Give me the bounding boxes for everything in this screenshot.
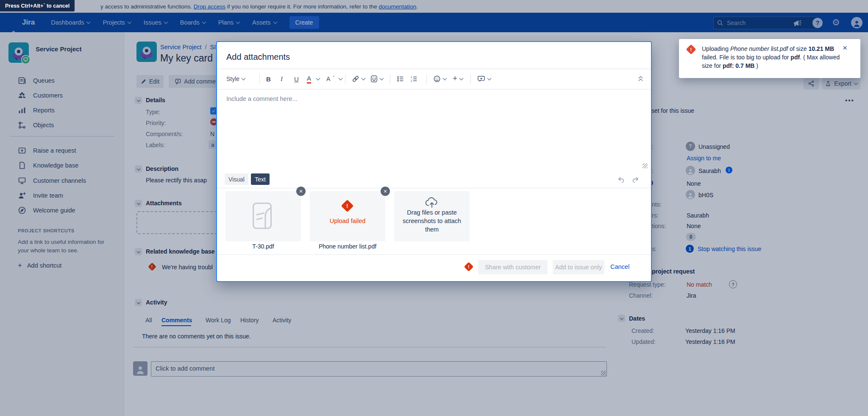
document-icon [250,201,276,232]
underline-button[interactable]: U [294,69,299,89]
chevron-down-icon [242,76,246,81]
attach-icon [370,75,378,83]
attachment-card-failed: ! Upload failed × [310,191,385,241]
insert-more-button[interactable]: + [453,69,463,89]
cancel-button[interactable]: Cancel [610,263,629,270]
toast-close-icon[interactable]: × [843,43,847,53]
attach-button[interactable] [370,69,383,89]
chevron-down-icon [380,76,384,81]
text-formatting-button[interactable]: A° [326,69,342,89]
dropzone-text: Drag files or paste screenshots to attac… [398,208,466,234]
bullet-list-button[interactable] [397,69,404,89]
keyboard-lock-tooltip: Press Ctrl+Alt+` to cancel [0,0,75,11]
numbered-list-button[interactable]: 12 [410,69,418,89]
undo-button[interactable] [617,176,625,183]
toast-message: Uploading Phone number list.pdf of size … [702,45,842,70]
upload-error-toast: ! Uploading Phone number list.pdf of siz… [679,39,860,78]
attachment-card: × [225,191,301,241]
chevron-down-icon [362,76,366,81]
canned-response-icon [477,75,485,83]
add-to-issue-only-button[interactable]: Add to issue only [553,260,604,274]
numbered-list-icon: 12 [410,75,418,83]
modal-divider [217,254,651,255]
text-color-button[interactable]: A [307,69,320,89]
plus-icon: + [453,74,457,83]
svg-text:2: 2 [411,79,412,82]
chevron-down-icon [316,76,320,81]
footer-error-icon: ! [464,262,474,272]
upload-failed-icon: ! [341,200,354,212]
share-with-customer-button[interactable]: Share with customer [478,260,548,274]
resize-handle[interactable] [643,163,648,168]
remove-attachment-button[interactable]: × [296,187,306,196]
chevron-down-icon [339,76,343,81]
italic-button[interactable]: I [281,69,283,89]
toolbar-separator [426,74,427,84]
dropzone-card[interactable]: Drag files or paste screenshots to attac… [394,191,470,241]
toolbar-separator [345,74,345,84]
emoji-button[interactable] [433,69,446,89]
toast-error-icon: ! [686,44,696,54]
style-dropdown[interactable]: Style [226,69,245,89]
bold-button[interactable]: B [266,69,271,89]
link-button[interactable] [352,69,365,89]
bullet-list-icon [397,75,404,83]
emoji-icon [433,75,441,83]
svg-text:1: 1 [411,75,412,78]
chevron-down-icon [459,76,464,81]
add-attachments-modal: Add attachments Style B I U A A° 12 [216,41,652,282]
cloud-upload-icon [425,195,439,208]
collapse-toolbar-button[interactable] [639,69,642,89]
upload-failed-text: Upload failed [310,218,385,224]
toolbar-separator [259,74,260,84]
chevron-up-icon [639,79,643,83]
chevron-down-icon [487,76,492,81]
attachment-filename: Phone number list.pdf [310,243,385,250]
canned-responses-button[interactable] [477,69,491,89]
toolbar-separator [390,74,390,84]
modal-comment-input[interactable]: Include a comment here... [217,89,651,171]
visual-tab[interactable]: Visual [225,173,248,185]
link-icon [352,75,359,83]
redo-button[interactable] [632,176,640,183]
app: y access to administrative functions. Dr… [0,0,868,416]
toolbar-separator [470,74,471,84]
remove-attachment-button[interactable]: × [381,187,390,196]
modal-title: Add attachments [226,52,290,62]
chevron-down-icon [443,76,447,81]
modal-divider [217,188,651,188]
text-tab[interactable]: Text [251,173,270,185]
attachment-filename: T-30.pdf [225,243,301,250]
